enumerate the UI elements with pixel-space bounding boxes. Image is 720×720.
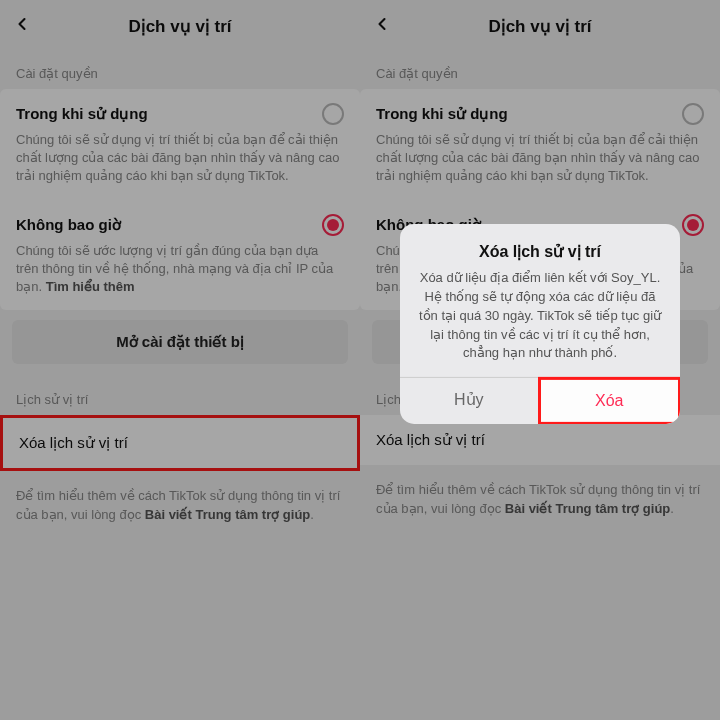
help-center-link[interactable]: Bài viết Trung tâm trợ giúp (505, 501, 671, 516)
footer-note: Để tìm hiểu thêm về cách TikTok sử dụng … (0, 471, 360, 541)
radio-unselected-icon[interactable] (322, 103, 344, 125)
footer-note: Để tìm hiểu thêm về cách TikTok sử dụng … (360, 465, 720, 535)
permission-options-card: Trong khi sử dụng Chúng tôi sẽ sử dụng v… (0, 89, 360, 310)
page-title: Dịch vụ vị trí (0, 16, 360, 37)
option-never[interactable]: Không bao giờ Chúng tôi sẽ ước lượng vị … (0, 200, 360, 311)
back-icon[interactable] (372, 14, 392, 38)
confirm-delete-button[interactable]: Xóa (538, 377, 681, 424)
option-desc: Chúng tôi sẽ sử dụng vị trí thiết bị của… (376, 131, 704, 186)
clear-history-modal: Xóa lịch sử vị trí Xóa dữ liệu địa điểm … (400, 224, 680, 424)
option-title: Trong khi sử dụng (16, 105, 148, 123)
cancel-button[interactable]: Hủy (400, 378, 539, 424)
learn-more-link[interactable]: Tìm hiểu thêm (46, 279, 135, 294)
help-center-link[interactable]: Bài viết Trung tâm trợ giúp (145, 507, 311, 522)
option-desc: Chúng tôi sẽ ước lượng vị trí gần đúng c… (16, 242, 344, 297)
open-device-settings-button[interactable]: Mở cài đặt thiết bị (12, 320, 348, 364)
option-desc: Chúng tôi sẽ sử dụng vị trí thiết bị của… (16, 131, 344, 186)
permissions-section-label: Cài đặt quyền (0, 52, 360, 89)
modal-text: Xóa dữ liệu địa điểm liên kết với Soy_YL… (416, 269, 664, 363)
option-while-using[interactable]: Trong khi sử dụng Chúng tôi sẽ sử dụng v… (360, 89, 720, 200)
history-section-label: Lịch sử vị trí (0, 364, 360, 415)
screen-right: Dịch vụ vị trí Cài đặt quyền Trong khi s… (360, 0, 720, 720)
header: Dịch vụ vị trí (0, 0, 360, 52)
radio-selected-icon[interactable] (322, 214, 344, 236)
option-title: Trong khi sử dụng (376, 105, 508, 123)
radio-selected-icon[interactable] (682, 214, 704, 236)
page-title: Dịch vụ vị trí (360, 16, 720, 37)
option-while-using[interactable]: Trong khi sử dụng Chúng tôi sẽ sử dụng v… (0, 89, 360, 200)
radio-unselected-icon[interactable] (682, 103, 704, 125)
modal-actions: Hủy Xóa (400, 377, 680, 424)
header: Dịch vụ vị trí (360, 0, 720, 52)
modal-title: Xóa lịch sử vị trí (416, 242, 664, 261)
clear-location-history-item[interactable]: Xóa lịch sử vị trí (0, 415, 360, 471)
option-title: Không bao giờ (16, 216, 121, 234)
permissions-section-label: Cài đặt quyền (360, 52, 720, 89)
back-icon[interactable] (12, 14, 32, 38)
screen-left: Dịch vụ vị trí Cài đặt quyền Trong khi s… (0, 0, 360, 720)
